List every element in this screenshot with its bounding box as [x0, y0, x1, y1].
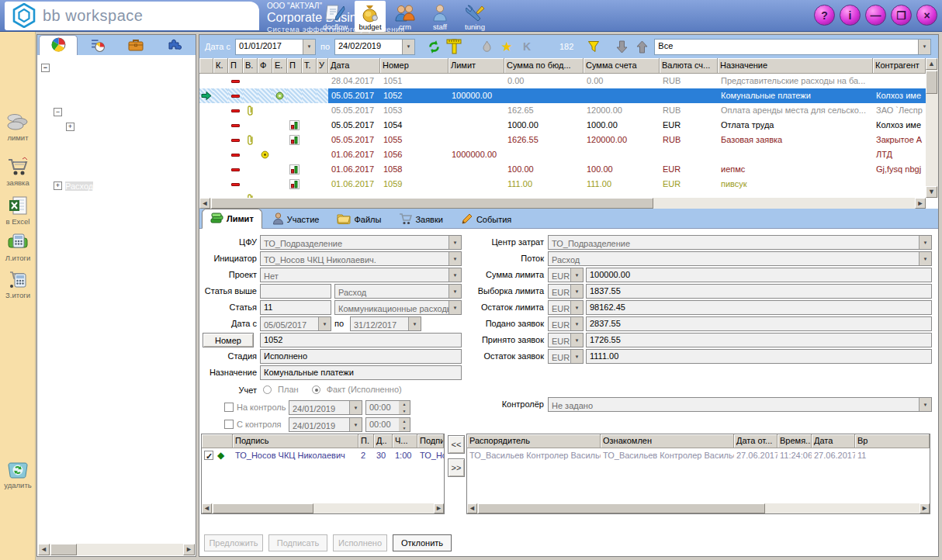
project-select[interactable]: Нет: [260, 268, 462, 282]
from-control-checkbox[interactable]: [224, 420, 234, 429]
tree-item[interactable]: −Бюджетообразующие статьи: [38, 60, 195, 75]
sidebar-item-excel[interactable]: в Excel: [0, 193, 36, 226]
отклонить-button[interactable]: Отклонить: [393, 534, 452, 551]
flow-select[interactable]: Расход: [548, 251, 932, 266]
help-button[interactable]: ?: [814, 5, 835, 26]
limit-date-from-select[interactable]: 05/05/2017: [260, 316, 331, 331]
column-header[interactable]: Назначение: [718, 58, 873, 74]
currency-select[interactable]: EUR: [548, 268, 584, 282]
stage-field[interactable]: Исполнено: [260, 349, 462, 364]
scroll-thumb[interactable]: [926, 71, 937, 94]
column-header[interactable]: Ф: [258, 58, 272, 74]
scroll-left-icon[interactable]: ◄: [38, 544, 50, 555]
chevron-down-icon[interactable]: [570, 350, 583, 363]
article-above-flow-select[interactable]: Расход: [334, 284, 462, 299]
column-header[interactable]: Дата: [328, 58, 380, 74]
manager-row[interactable]: ТО_Васильев Контролер ВасильевичТО_Васил…: [467, 448, 930, 463]
signatures-scrollbar[interactable]: ◄ ►: [202, 503, 444, 513]
column-header[interactable]: Время...: [777, 434, 812, 448]
refresh-icon[interactable]: [426, 38, 442, 55]
table-row[interactable]: 05.05.20171052100000.00Комунальные плате…: [199, 88, 926, 103]
from-control-time-spinner[interactable]: [399, 417, 410, 432]
column-header[interactable]: Ознакомлен: [601, 434, 734, 448]
currency-select[interactable]: EUR: [548, 300, 584, 315]
scroll-right-icon[interactable]: ►: [919, 503, 930, 513]
column-header[interactable]: Валюта сч...: [660, 58, 718, 74]
chevron-down-icon[interactable]: [570, 268, 583, 282]
chevron-down-icon[interactable]: [318, 317, 331, 330]
tree-horizontal-scrollbar[interactable]: ◄ ►: [38, 544, 195, 555]
module-staff[interactable]: staff: [424, 1, 455, 32]
maximize-button[interactable]: ❐: [891, 5, 912, 26]
tree-item[interactable]: Шаблон полей слияния bb: [38, 149, 195, 164]
scroll-right-icon[interactable]: ►: [434, 503, 444, 513]
tree-item[interactable]: Избранное: [38, 75, 195, 90]
category-filter-select[interactable]: Все: [654, 39, 931, 55]
column-header[interactable]: Сумма по бюд...: [504, 58, 584, 74]
tree-tab-pie[interactable]: [39, 35, 78, 55]
table-row[interactable]: 01.06.20171059111.00111.00EURпивсук: [199, 177, 926, 192]
article-field[interactable]: 11: [260, 300, 331, 315]
scroll-thumb[interactable]: [211, 198, 653, 209]
number-button[interactable]: Номер: [203, 333, 254, 347]
signed-checkbox[interactable]: [204, 451, 213, 460]
column-header[interactable]: П.: [358, 434, 374, 448]
collapse-icon[interactable]: −: [54, 108, 62, 116]
article-above-field[interactable]: [260, 284, 331, 299]
money-value-field[interactable]: 98162.45: [586, 300, 932, 315]
tree-tab-puzzle[interactable]: [155, 36, 194, 55]
move-up-icon[interactable]: [634, 38, 649, 55]
k-filter-icon[interactable]: K: [519, 38, 535, 55]
table-row[interactable]: [199, 192, 926, 198]
info-button[interactable]: i: [840, 5, 861, 26]
column-header[interactable]: Д..: [374, 434, 393, 448]
table-row[interactable]: 05.05.201710551626.55120000.00RUBБазовая…: [199, 133, 926, 147]
flame-icon[interactable]: [479, 38, 494, 55]
expand-signers-button[interactable]: >>: [448, 458, 465, 477]
chevron-down-icon[interactable]: [570, 317, 583, 330]
tab-cart2[interactable]: Заявки: [391, 210, 451, 228]
filter-funnel-icon[interactable]: [586, 38, 601, 55]
expand-icon[interactable]: +: [54, 181, 62, 190]
table-row[interactable]: 05.05.201710541000.001000.00EURОтлата тр…: [199, 118, 926, 133]
tab-pencil[interactable]: События: [453, 210, 519, 228]
module-budget[interactable]: budget: [355, 1, 386, 32]
tab-folder[interactable]: Файлы: [329, 210, 389, 228]
cfu-select[interactable]: ТО_Подразделение: [260, 235, 462, 250]
tree-item[interactable]: −Доход: [38, 105, 195, 119]
favorites-star-icon[interactable]: ★: [499, 38, 514, 55]
limit-date-to-select[interactable]: 31/12/2017: [350, 316, 421, 331]
column-header[interactable]: У: [317, 58, 328, 74]
table-row[interactable]: 28.04.201710510.000.00RUBПредставительск…: [199, 74, 926, 88]
table-row[interactable]: 05.05.20171053162.6512000.00RUBОплата ар…: [199, 103, 926, 118]
initiator-select[interactable]: ТО_Носов ЧКЦ Николаевич.: [260, 251, 462, 266]
fact-radio[interactable]: [312, 385, 320, 394]
chevron-down-icon[interactable]: [919, 236, 931, 249]
column-header[interactable]: Вр: [855, 434, 930, 448]
tree-tab-pielist[interactable]: [78, 36, 116, 55]
tab-person[interactable]: Участие: [265, 210, 327, 228]
money-value-field[interactable]: 1837.55: [586, 284, 932, 299]
column-header[interactable]: Номер: [380, 58, 448, 74]
measure-icon[interactable]: [446, 38, 462, 55]
chevron-down-icon[interactable]: [349, 401, 362, 414]
scroll-thumb[interactable]: [478, 503, 765, 513]
number-field[interactable]: 1052: [260, 333, 462, 347]
module-crm[interactable]: crm: [390, 1, 421, 32]
table-row[interactable]: 01.06.20171058100.00100.00EURиепмсGj,fys…: [199, 162, 926, 177]
move-down-icon[interactable]: [614, 38, 629, 55]
tree-item[interactable]: Аренда: [38, 164, 195, 178]
grid-vertical-scrollbar[interactable]: ▲ ▼: [926, 58, 938, 198]
sidebar-item-calc1[interactable]: Л.итоги: [0, 230, 36, 262]
chevron-down-icon[interactable]: [919, 252, 931, 265]
scroll-left-icon[interactable]: ◄: [199, 198, 210, 209]
scroll-left-icon[interactable]: ◄: [467, 503, 477, 513]
module-tuning[interactable]: tuning: [459, 1, 490, 32]
tree-item[interactable]: +Расход: [38, 178, 195, 193]
tree-tab-briefcase[interactable]: [116, 36, 155, 55]
currency-select[interactable]: EUR: [548, 349, 584, 364]
sidebar-item-calc2[interactable]: З.итоги: [0, 267, 36, 299]
scroll-right-icon[interactable]: ►: [183, 544, 195, 555]
money-value-field[interactable]: 2837.55: [586, 316, 932, 331]
controller-select[interactable]: Не задано: [548, 397, 932, 412]
